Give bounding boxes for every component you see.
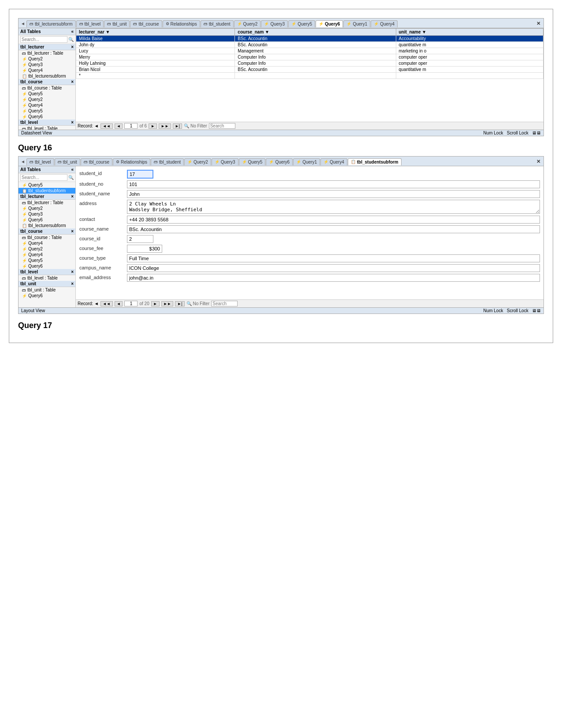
nav-search-input[interactable] <box>209 123 235 129</box>
col-header-unit[interactable]: unit_name ▼ <box>396 29 543 36</box>
sidebar-item-tbl-lecturer-table[interactable]: 🗃 tbl_lecturer : Table <box>19 50 75 56</box>
tab-q17-query1[interactable]: ⚡Query1 <box>293 158 320 165</box>
tab-relationships[interactable]: ⚙Relationships <box>163 20 200 27</box>
field-student-no[interactable] <box>127 180 540 188</box>
nav-last-btn[interactable]: ►► <box>159 123 171 129</box>
q17-sidebar-item-unit-query6[interactable]: ⚡ Query6 <box>19 293 75 299</box>
sidebar-item-course-query5b[interactable]: ⚡ Query5 <box>19 108 75 114</box>
sidebar-item-tbl-lecturersubform[interactable]: 📋 tbl_lecturersubform <box>19 73 75 79</box>
sidebar-group-tbl-course[interactable]: tbl_course × <box>19 79 75 85</box>
tab-q17-tbl-student[interactable]: 🗃tbl_student <box>151 158 184 165</box>
tab-tbl-unit[interactable]: 🗃tbl_unit <box>104 20 130 27</box>
q17-sidebar-item-tbl-level-table[interactable]: 🗃 tbl_level : Table <box>19 275 75 281</box>
tab-nav-left-q17[interactable]: ◄ <box>19 159 26 164</box>
tab-q17-tbl-course[interactable]: 🗃tbl_course <box>81 158 112 165</box>
field-student-name[interactable] <box>127 190 540 198</box>
q17-sidebar-item-tbl-lecturer-table[interactable]: 🗃 tbl_lecturer : Table <box>19 200 75 205</box>
q17-sidebar-item-course-query4[interactable]: ⚡ Query4 <box>19 240 75 246</box>
q17-sidebar-item-course-query2[interactable]: ⚡ Query2 <box>19 246 75 252</box>
tab-q17-query6[interactable]: ⚡Query6 <box>266 158 293 165</box>
q17-sidebar-item-lec-query3[interactable]: ⚡ Query3 <box>19 211 75 217</box>
q17-sidebar-item-tbl-course-table[interactable]: 🗃 tbl_course : Table <box>19 235 75 240</box>
field-course-fee[interactable] <box>127 245 162 253</box>
q17-sidebar-item-course-query4b[interactable]: ⚡ Query4 <box>19 252 75 258</box>
q17-sidebar-group-tbl-unit[interactable]: tbl_unit × <box>19 281 75 287</box>
sidebar-item-tbl-level-table[interactable]: 🗃 tbl_level : Table <box>19 126 75 130</box>
tab-tbl-lecturersubform[interactable]: 🗃tbl_lecturersubform <box>26 20 76 27</box>
q17-sidebar-item-tbl-studentsubform[interactable]: 📋 tbl_studentsubform <box>19 188 75 194</box>
q17-nav-prev-btn[interactable]: ◄ <box>115 301 123 306</box>
query17-close-btn[interactable]: ✕ <box>534 158 543 165</box>
sidebar-item-course-query6[interactable]: ⚡ Query6 <box>19 114 75 119</box>
col-header-lecturer[interactable]: lecturer_nar ▼ <box>76 29 235 36</box>
tab-tbl-level[interactable]: 🗃tbl_level <box>76 20 104 27</box>
sidebar-item-query3[interactable]: ⚡ Query3 <box>19 62 75 67</box>
sidebar-item-course-query5[interactable]: ⚡ Query5 <box>19 91 75 97</box>
nav-current-record[interactable] <box>124 123 138 129</box>
tab-nav-left[interactable]: ◄ <box>19 21 26 26</box>
sidebar-search-input[interactable] <box>20 36 67 43</box>
field-campus-name[interactable] <box>127 264 540 272</box>
table-row[interactable]: John dy BSc. Accountin quantitative m <box>76 42 543 48</box>
tab-q17-tbl-studentsubform-active[interactable]: 📋tbl_studentsubform <box>348 158 402 165</box>
table-row[interactable]: Merry Computer Info computer oper <box>76 54 543 60</box>
table-row[interactable]: * <box>76 73 543 79</box>
tab-q17-query3[interactable]: ⚡Query3 <box>212 158 238 165</box>
tab-tbl-student[interactable]: 🗃tbl_student <box>201 20 234 27</box>
tab-q17-query2[interactable]: ⚡Query2 <box>184 158 211 165</box>
sidebar-item-course-query2[interactable]: ⚡ Query2 <box>19 97 75 102</box>
field-course-name[interactable] <box>127 225 540 233</box>
field-course-id[interactable] <box>127 235 153 243</box>
nav-first-btn[interactable]: ◄◄ <box>100 123 113 129</box>
q17-sidebar-group-tbl-level[interactable]: tbl_level × <box>19 269 75 275</box>
q17-sidebar-search-input[interactable] <box>20 174 67 181</box>
sidebar-item-query2[interactable]: ⚡ Query2 <box>19 56 75 62</box>
tab-q17-tbl-level[interactable]: 🗃tbl_level <box>26 158 54 165</box>
q17-nav-new-btn[interactable]: ►| <box>175 301 184 306</box>
tab-query4[interactable]: ⚡Query4 <box>371 20 398 27</box>
tab-query1[interactable]: ⚡Query1 <box>343 20 370 27</box>
query16-close-btn[interactable]: ✕ <box>534 20 543 27</box>
tab-query5[interactable]: ⚡Query5 <box>288 20 315 27</box>
field-student-id[interactable] <box>127 170 153 179</box>
sidebar-item-tbl-course-table[interactable]: 🗃 tbl_course : Table <box>19 85 75 91</box>
field-email-address[interactable] <box>127 274 540 282</box>
q17-sidebar-item-query5[interactable]: ⚡ Query5 <box>19 182 75 188</box>
q17-sidebar-item-course-query5[interactable]: ⚡ Query5 <box>19 258 75 263</box>
tab-q17-query5[interactable]: ⚡Query5 <box>239 158 266 165</box>
q17-nav-first-btn[interactable]: ◄◄ <box>100 301 113 306</box>
tab-query3[interactable]: ⚡Query3 <box>261 20 288 27</box>
tab-tbl-course[interactable]: 🗃tbl_course <box>130 20 162 27</box>
sidebar-collapse-icon[interactable]: « <box>71 29 74 34</box>
tab-q17-tbl-unit[interactable]: 🗃tbl_unit <box>55 158 80 165</box>
field-address[interactable]: 2 Clay Wheels Ln Wadsley Bridge, Sheffie… <box>127 200 540 214</box>
q17-sidebar-collapse-icon[interactable]: « <box>71 167 74 172</box>
nav-next-btn[interactable]: ► <box>149 123 157 129</box>
q17-nav-next-btn[interactable]: ► <box>151 301 160 306</box>
nav-new-btn[interactable]: ►| <box>173 123 182 129</box>
table-row[interactable]: Holly Lahning Computer Info computer ope… <box>76 60 543 67</box>
sidebar-item-course-query4[interactable]: ⚡ Query4 <box>19 102 75 108</box>
nav-prev-btn[interactable]: ◄ <box>115 123 123 129</box>
tab-query6-active[interactable]: ⚡Query6 <box>316 20 343 27</box>
sidebar-group-tbl-level[interactable]: tbl_level × <box>19 119 75 126</box>
q17-sidebar-item-tbl-unit-table[interactable]: 🗃 tbl_unit : Table <box>19 287 75 293</box>
field-contact[interactable] <box>127 216 540 224</box>
table-row[interactable]: Brian Nicol BSc. Accountin quantitative … <box>76 67 543 73</box>
tab-query2[interactable]: ⚡Query2 <box>234 20 261 27</box>
q17-nav-search-input[interactable] <box>211 301 238 306</box>
q17-sidebar-group-tbl-course[interactable]: tbl_course × <box>19 228 75 235</box>
sidebar-item-query4[interactable]: ⚡ Query4 <box>19 67 75 73</box>
q17-sidebar-group-tbl-lecturer[interactable]: tbl_lecturer × <box>19 194 75 200</box>
q17-nav-current-record[interactable] <box>124 301 138 306</box>
q17-sidebar-item-lec-subform[interactable]: 📋 tbl_lecturersubform <box>19 223 75 228</box>
col-header-course[interactable]: course_nam ▼ <box>235 29 396 36</box>
field-course-type[interactable] <box>127 254 540 262</box>
sidebar-group-tbl-lecturer[interactable]: tbl_lecturer × <box>19 44 75 50</box>
table-row[interactable]: Lucy Management marketing in o <box>76 48 543 54</box>
q17-sidebar-item-course-query6[interactable]: ⚡ Query6 <box>19 263 75 269</box>
q17-sidebar-item-lec-query6[interactable]: ⚡ Query6 <box>19 217 75 223</box>
table-row[interactable]: Milida Baise BSc. Accountin Accountabili… <box>76 36 543 42</box>
tab-q17-relationships[interactable]: ⚙Relationships <box>113 158 150 165</box>
q17-sidebar-item-lec-query2[interactable]: ⚡ Query2 <box>19 205 75 211</box>
